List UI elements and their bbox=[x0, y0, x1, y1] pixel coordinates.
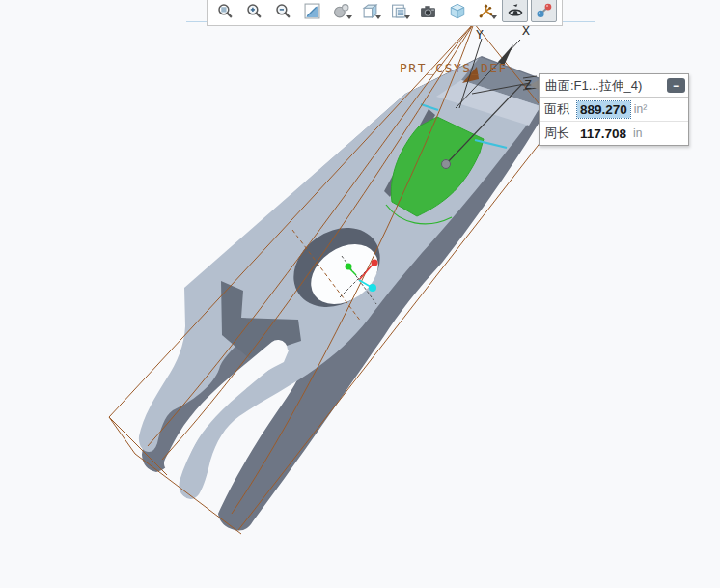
csys-name-label[interactable]: PRT_CSYS_DEF bbox=[400, 61, 508, 75]
datum-tree-button[interactable] bbox=[473, 0, 499, 22]
zoom-window-icon bbox=[217, 3, 234, 19]
dropdown-arrow-icon[interactable] bbox=[346, 15, 352, 19]
perimeter-label: 周长 bbox=[544, 125, 577, 142]
eye-icon bbox=[507, 2, 524, 19]
area-unit: in² bbox=[634, 102, 647, 116]
datum-display-filters-button[interactable] bbox=[386, 0, 412, 22]
axis-label-z: Z bbox=[524, 77, 532, 92]
perimeter-value[interactable]: 117.708 bbox=[577, 126, 629, 142]
analysis-nodes-button[interactable] bbox=[531, 0, 557, 22]
zoom-window-button[interactable] bbox=[212, 0, 238, 22]
zoom-out-button[interactable] bbox=[270, 0, 296, 22]
fork-gap-between-tips bbox=[140, 478, 217, 541]
area-value[interactable]: 889.270 bbox=[577, 101, 630, 118]
area-row: 面积 889.270 in² bbox=[540, 98, 688, 121]
area-label: 面积 bbox=[544, 100, 577, 118]
dropdown-arrow-icon[interactable] bbox=[491, 15, 497, 19]
perimeter-unit: in bbox=[633, 126, 642, 140]
hidden-line-button[interactable] bbox=[357, 0, 383, 22]
refit-icon bbox=[304, 3, 320, 19]
popup-title: 曲面:F1...拉伸_4) bbox=[545, 77, 642, 95]
dropdown-arrow-icon[interactable] bbox=[404, 15, 410, 19]
display-style-button[interactable] bbox=[328, 0, 354, 22]
visibility-eye-button[interactable] bbox=[502, 0, 528, 22]
glass-box-icon bbox=[449, 2, 466, 19]
zoom-in-button[interactable] bbox=[241, 0, 267, 22]
popup-header[interactable]: 曲面:F1...拉伸_4) − bbox=[540, 74, 688, 98]
refit-button[interactable] bbox=[299, 0, 325, 22]
measure-result-popup[interactable]: 曲面:F1...拉伸_4) − 面积 889.270 in² 周长 117.70… bbox=[539, 73, 689, 146]
zoom-in-icon bbox=[246, 3, 263, 19]
collapse-button[interactable]: − bbox=[667, 78, 685, 93]
saved-view-button[interactable] bbox=[415, 0, 441, 22]
camera-icon bbox=[420, 3, 436, 19]
node-link-icon bbox=[536, 2, 553, 19]
leader-anchor-dot bbox=[442, 160, 451, 169]
zoom-out-icon bbox=[275, 3, 291, 19]
perimeter-row: 周长 117.708 in bbox=[540, 121, 688, 145]
graphics-toolbar bbox=[207, 0, 563, 26]
view-manager-button[interactable] bbox=[444, 0, 470, 22]
axis-label-y: Y bbox=[476, 27, 484, 42]
dropdown-arrow-icon[interactable] bbox=[375, 15, 381, 19]
